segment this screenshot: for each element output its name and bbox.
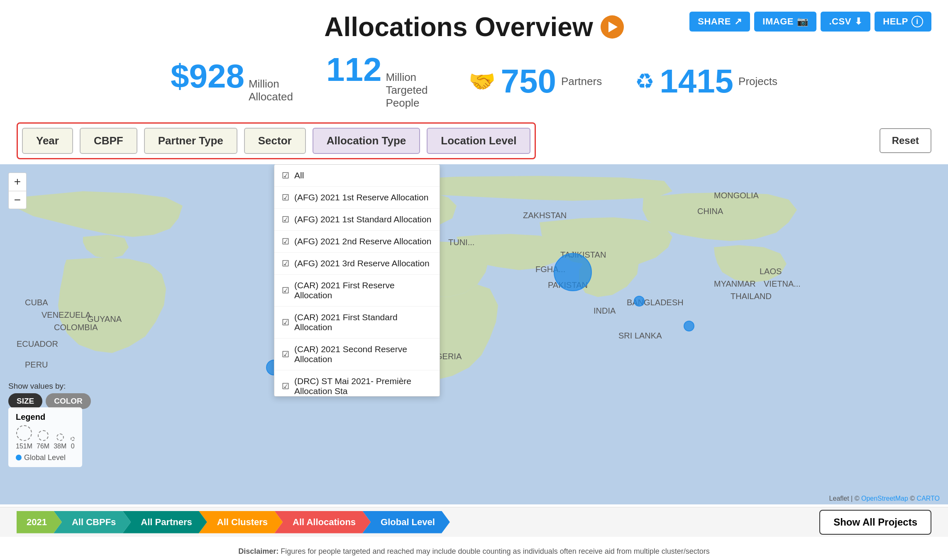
location-level-filter-button[interactable]: Location Level: [427, 128, 530, 154]
dropdown-item[interactable]: ☑(AFG) 2021 2nd Reserve Allocation: [274, 231, 440, 253]
svg-text:CHINA: CHINA: [697, 207, 723, 216]
partners-number: 750: [501, 65, 556, 98]
dropdown-item-label: (AFG) 2021 1st Standard Allocation: [294, 214, 431, 224]
svg-text:TUNI...: TUNI...: [448, 238, 474, 247]
svg-text:MONGOLIA: MONGOLIA: [714, 191, 759, 200]
people-number: 112: [326, 53, 381, 86]
dropdown-item-label: (CAR) 2021 First Standard Allocation: [294, 312, 432, 332]
allocated-number: $928: [171, 60, 244, 93]
svg-point-40: [684, 321, 694, 331]
allocated-label: MillionAllocated: [249, 78, 293, 103]
map-zoom-controls: + −: [8, 173, 27, 209]
dropdown-item[interactable]: ☑(AFG) 2021 1st Reserve Allocation: [274, 187, 440, 209]
dropdown-item[interactable]: ☑(DRC) ST Mai 2021- Première Allocation …: [274, 370, 440, 397]
info-icon: i: [911, 16, 923, 27]
play-icon[interactable]: [601, 15, 624, 39]
dropdown-item[interactable]: ☑(CAR) 2021 Second Reserve Allocation: [274, 338, 440, 370]
dropdown-items-list: ☑All☑(AFG) 2021 1st Reserve Allocation☑(…: [274, 165, 440, 397]
sector-filter-button[interactable]: Sector: [244, 128, 306, 154]
filter-bar-wrap: Year CBPF Partner Type Sector Allocation…: [0, 117, 948, 164]
world-map: IRELAND BELGIUM FRANCE PORTUGAL MOROCCO …: [0, 164, 948, 504]
year-filter-button[interactable]: Year: [22, 128, 73, 154]
reset-button[interactable]: Reset: [880, 128, 931, 153]
share-icon: ↗: [734, 16, 742, 27]
breadcrumb-bar: 2021All CBPFsAll PartnersAll ClustersAll…: [0, 507, 948, 537]
filter-button-group: Year CBPF Partner Type Sector Allocation…: [17, 122, 536, 159]
partners-icon: 🤝: [469, 69, 496, 94]
dropdown-item-label: (AFG) 2021 2nd Reserve Allocation: [294, 236, 431, 246]
breadcrumb-items: 2021All CBPFsAll PartnersAll ClustersAll…: [17, 511, 450, 533]
share-button[interactable]: SHARE ↗: [689, 12, 750, 32]
stat-people: 112 MillionTargeted People: [326, 53, 435, 110]
checkbox-icon: ☑: [282, 381, 289, 391]
svg-text:VENEZUELA: VENEZUELA: [42, 310, 91, 319]
partner-type-filter-button[interactable]: Partner Type: [144, 128, 237, 154]
top-action-buttons: SHARE ↗ IMAGE 📷 .CSV ⬇ HELP i: [689, 12, 931, 32]
projects-label: Projects: [738, 75, 777, 88]
disclaimer: Disclaimer: Figures for people targeted …: [0, 547, 948, 556]
color-button[interactable]: COLOR: [46, 393, 91, 409]
stat-partners: 🤝 750 Partners: [469, 65, 602, 98]
dropdown-item[interactable]: ☑(AFG) 2021 3rd Reserve Allocation: [274, 253, 440, 275]
checkbox-icon: ☑: [282, 285, 289, 295]
legend-76m: 76M: [37, 443, 49, 450]
share-label: SHARE: [698, 16, 731, 27]
dropdown-item[interactable]: ☑(CAR) 2021 First Standard Allocation: [274, 307, 440, 338]
legend-151m: 151M: [16, 443, 32, 450]
show-values-section: Show values by: SIZE COLOR: [8, 382, 91, 409]
breadcrumb-item-all-partners[interactable]: All Partners: [122, 511, 207, 533]
checkbox-icon: ☑: [282, 349, 289, 359]
svg-point-35: [554, 253, 591, 291]
stat-allocated: $928 MillionAllocated: [171, 60, 293, 103]
global-dot: [16, 455, 22, 460]
checkbox-icon: ☑: [282, 214, 289, 224]
breadcrumb-item-global-level[interactable]: Global Level: [362, 511, 450, 533]
show-all-projects-button[interactable]: Show All Projects: [819, 510, 931, 535]
openstreetmap-link[interactable]: OpenStreetMap: [861, 495, 908, 502]
svg-text:INDIA: INDIA: [594, 306, 616, 315]
csv-button[interactable]: .CSV ⬇: [821, 12, 870, 32]
dropdown-item[interactable]: ☑(CAR) 2021 First Reserve Allocation: [274, 275, 440, 307]
map-container[interactable]: IRELAND BELGIUM FRANCE PORTUGAL MOROCCO …: [0, 164, 948, 504]
global-level-label: Global Level: [24, 453, 66, 462]
svg-text:COLOMBIA: COLOMBIA: [54, 323, 98, 332]
page-title: Allocations Overview: [324, 12, 593, 42]
allocation-type-dropdown[interactable]: ☑All☑(AFG) 2021 1st Reserve Allocation☑(…: [274, 164, 440, 397]
help-button[interactable]: HELP i: [875, 12, 931, 32]
svg-point-36: [634, 296, 644, 306]
checkbox-icon: ☑: [282, 236, 289, 246]
legend-38m: 38M: [54, 443, 66, 450]
zoom-in-button[interactable]: +: [8, 173, 27, 191]
zoom-out-button[interactable]: −: [8, 191, 27, 209]
allocation-type-filter-button[interactable]: Allocation Type: [313, 128, 420, 154]
dropdown-item-label: (CAR) 2021 Second Reserve Allocation: [294, 344, 432, 364]
breadcrumb-item-all-cbpfs[interactable]: All CBPFs: [54, 511, 131, 533]
image-button[interactable]: IMAGE 📷: [754, 12, 816, 32]
carto-link[interactable]: CARTO: [917, 495, 940, 502]
csv-label: .CSV: [829, 16, 851, 27]
download-icon: ⬇: [855, 16, 862, 27]
dropdown-item-label: All: [294, 170, 304, 180]
dropdown-item[interactable]: ☑(AFG) 2021 1st Standard Allocation: [274, 209, 440, 231]
map-attribution: Leaflet | © OpenStreetMap © CARTO: [829, 495, 940, 502]
checkbox-icon: ☑: [282, 317, 289, 327]
cbpf-filter-button[interactable]: CBPF: [80, 128, 137, 154]
people-label: MillionTargeted People: [386, 71, 435, 110]
dropdown-item[interactable]: ☑All: [274, 165, 440, 187]
svg-text:MYANMAR: MYANMAR: [714, 279, 756, 288]
global-level-badge: Global Level: [16, 453, 75, 462]
projects-number: 1415: [660, 65, 733, 98]
svg-text:PERU: PERU: [25, 360, 48, 369]
breadcrumb-item-all-clusters[interactable]: All Clusters: [199, 511, 283, 533]
dropdown-item-label: (AFG) 2021 3rd Reserve Allocation: [294, 258, 430, 268]
svg-text:CUBA: CUBA: [25, 298, 48, 307]
svg-text:VIETNA...: VIETNA...: [764, 279, 801, 288]
show-values-label: Show values by:: [8, 382, 91, 391]
breadcrumb-item-all-allocations[interactable]: All Allocations: [274, 511, 371, 533]
size-button[interactable]: SIZE: [8, 393, 42, 409]
svg-text:THAILAND: THAILAND: [731, 292, 772, 301]
breadcrumb-item-2021[interactable]: 2021: [17, 511, 62, 533]
legend-title: Legend: [16, 412, 75, 422]
svg-text:LAOS: LAOS: [760, 267, 782, 276]
partners-label: Partners: [561, 75, 602, 88]
